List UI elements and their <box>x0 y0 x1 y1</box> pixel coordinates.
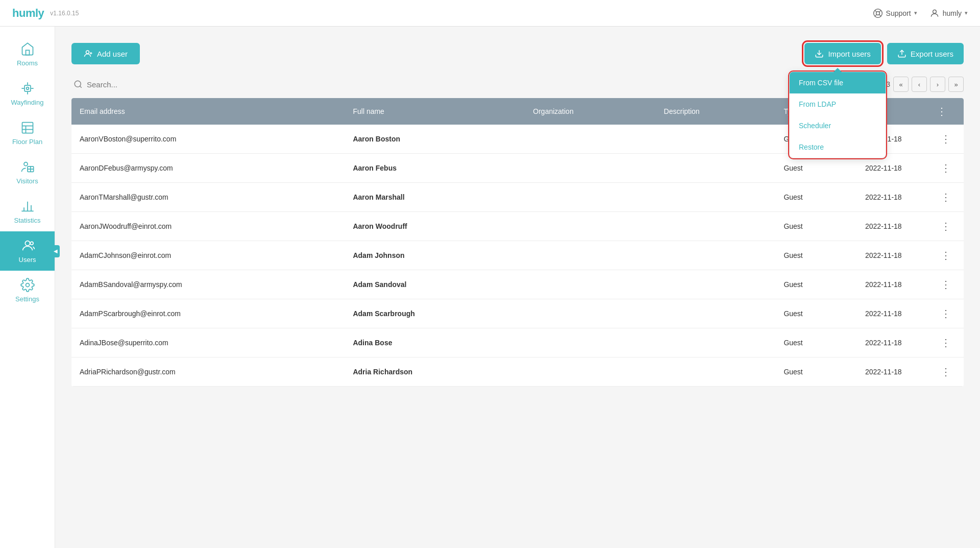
floor-plan-icon <box>20 121 35 135</box>
sidebar-label-statistics: Statistics <box>14 217 40 224</box>
pagination-last-button[interactable]: » <box>948 77 964 92</box>
cell-actions: ⋮ <box>928 328 964 358</box>
cell-email: AdriaPRichardson@gustr.com <box>71 358 345 387</box>
support-button[interactable]: Support ▾ <box>873 8 917 18</box>
col-actions: ⋮ <box>928 98 964 125</box>
svg-rect-10 <box>22 123 33 133</box>
svg-rect-9 <box>24 85 31 91</box>
cell-email: AdamPScarbrough@einrot.com <box>71 299 345 328</box>
search-box <box>71 77 211 92</box>
support-chevron: ▾ <box>914 10 917 16</box>
table-row: AaronTMarshall@gustr.com Aaron Marshall … <box>71 183 964 212</box>
cell-date: 2022-11-18 <box>857 358 928 387</box>
svg-point-25 <box>86 51 89 54</box>
table-row: AdamBSandoval@armyspy.com Adam Sandoval … <box>71 270 964 299</box>
dropdown-item-from-csv[interactable]: From CSV file <box>790 72 886 93</box>
row-actions-button[interactable]: ⋮ <box>937 278 955 291</box>
pagination-next-button[interactable]: › <box>930 77 945 92</box>
row-actions-button[interactable]: ⋮ <box>937 249 955 261</box>
user-label: humly <box>943 9 962 17</box>
table-row: AdinaJBose@superrito.com Adina Bose Gues… <box>71 328 964 358</box>
support-icon <box>873 8 883 18</box>
row-actions-button[interactable]: ⋮ <box>937 220 955 232</box>
table-header-menu-icon[interactable]: ⋮ <box>937 106 947 117</box>
svg-point-23 <box>30 242 33 245</box>
toolbar-right: Import users Export users From CSV file … <box>804 43 964 64</box>
cell-description <box>656 125 776 154</box>
svg-line-2 <box>875 10 876 12</box>
svg-point-30 <box>75 81 81 87</box>
dropdown-item-scheduler[interactable]: Scheduler <box>790 115 886 136</box>
sidebar-item-statistics[interactable]: Statistics <box>0 192 55 231</box>
cell-actions: ⋮ <box>928 183 964 212</box>
cell-fullname: Aaron Boston <box>345 125 525 154</box>
user-chevron: ▾ <box>965 10 968 16</box>
user-icon <box>929 8 940 18</box>
cell-fullname: Aaron Woodruff <box>345 212 525 241</box>
table-row: AdamPScarbrough@einrot.com Adam Scarbrou… <box>71 299 964 328</box>
cell-organization <box>525 270 655 299</box>
cell-fullname: Aaron Marshall <box>345 183 525 212</box>
cell-organization <box>525 358 655 387</box>
svg-line-5 <box>879 10 881 12</box>
row-actions-button[interactable]: ⋮ <box>937 337 955 349</box>
cell-date: 2022-11-18 <box>857 241 928 270</box>
cell-description <box>656 212 776 241</box>
import-icon <box>815 49 824 58</box>
cell-email: AdamCJohnson@einrot.com <box>71 241 345 270</box>
sidebar-item-floor-plan[interactable]: Floor Plan <box>0 113 55 153</box>
cell-fullname: Aaron Febus <box>345 154 525 183</box>
sidebar-label-wayfinding: Wayfinding <box>11 99 44 106</box>
sidebar-item-visitors[interactable]: Visitors <box>0 153 55 192</box>
cell-organization <box>525 154 655 183</box>
row-actions-button[interactable]: ⋮ <box>937 191 955 203</box>
row-actions-button[interactable]: ⋮ <box>937 133 955 145</box>
cell-organization <box>525 212 655 241</box>
cell-description <box>656 241 776 270</box>
dropdown-item-restore[interactable]: Restore <box>790 136 886 158</box>
pagination-prev-button[interactable]: ‹ <box>912 77 927 92</box>
pagination-first-button[interactable]: « <box>893 77 909 92</box>
sidebar-item-rooms[interactable]: Rooms <box>0 35 55 74</box>
support-label: Support <box>886 9 911 17</box>
search-input[interactable] <box>87 80 209 89</box>
cell-description <box>656 183 776 212</box>
svg-point-22 <box>25 241 30 246</box>
export-users-button[interactable]: Export users <box>887 43 964 64</box>
svg-point-14 <box>24 162 28 166</box>
import-users-button[interactable]: Import users <box>804 43 880 64</box>
sidebar-item-wayfinding[interactable]: Wayfinding <box>0 74 55 113</box>
row-actions-button[interactable]: ⋮ <box>937 366 955 378</box>
cell-date: 2022-11-18 <box>857 270 928 299</box>
import-users-label: Import users <box>828 50 870 58</box>
cell-email: AaronDFebus@armyspy.com <box>71 154 345 183</box>
cell-type: Guest <box>775 183 857 212</box>
row-actions-button[interactable]: ⋮ <box>937 162 955 174</box>
svg-point-24 <box>26 283 29 287</box>
col-email: Email address <box>71 98 345 125</box>
users-icon <box>20 239 35 253</box>
cell-fullname: Adria Richardson <box>345 358 525 387</box>
cell-organization <box>525 183 655 212</box>
sidebar-item-settings[interactable]: Settings <box>0 271 55 310</box>
cell-description <box>656 270 776 299</box>
main-content: Add user Import users Export users <box>55 27 980 548</box>
rooms-icon <box>20 42 35 56</box>
topbar-right: Support ▾ humly ▾ <box>873 8 968 18</box>
topbar: humly v1.16.0.15 Support ▾ humly ▾ <box>0 0 980 27</box>
sidebar-collapse-arrow[interactable]: ◀ <box>52 245 60 257</box>
cell-organization <box>525 299 655 328</box>
table-row: AdamCJohnson@einrot.com Adam Johnson Gue… <box>71 241 964 270</box>
row-actions-button[interactable]: ⋮ <box>937 307 955 320</box>
table-row: AdriaPRichardson@gustr.com Adria Richard… <box>71 358 964 387</box>
statistics-icon <box>20 199 35 213</box>
user-menu-button[interactable]: humly ▾ <box>929 8 968 18</box>
add-user-button[interactable]: Add user <box>71 43 140 64</box>
visitors-icon <box>20 160 35 174</box>
users-table-body: AaronVBoston@superrito.com Aaron Boston … <box>71 125 964 387</box>
cell-actions: ⋮ <box>928 270 964 299</box>
dropdown-item-from-ldap[interactable]: From LDAP <box>790 93 886 115</box>
cell-fullname: Adam Sandoval <box>345 270 525 299</box>
add-user-label: Add user <box>97 50 128 58</box>
sidebar-item-users[interactable]: Users ◀ <box>0 231 55 271</box>
